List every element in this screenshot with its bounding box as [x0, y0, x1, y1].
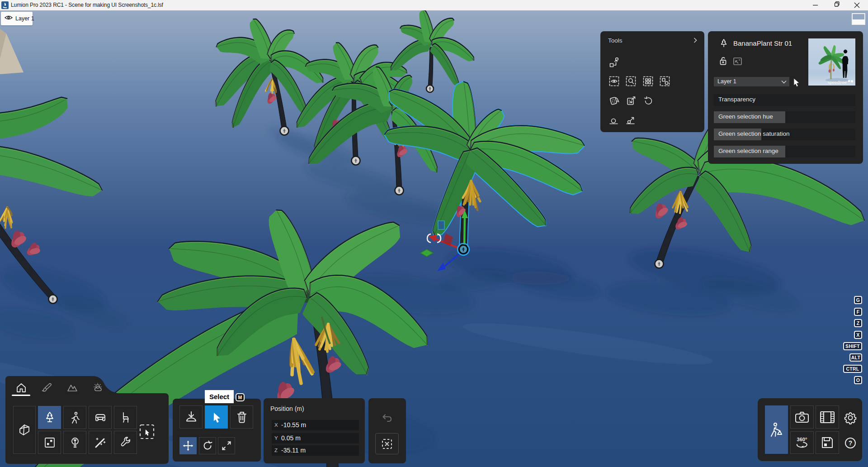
- svg-text:speedtree: speedtree: [828, 80, 847, 85]
- svg-text:?: ?: [849, 439, 853, 447]
- svg-text:360°: 360°: [797, 437, 807, 442]
